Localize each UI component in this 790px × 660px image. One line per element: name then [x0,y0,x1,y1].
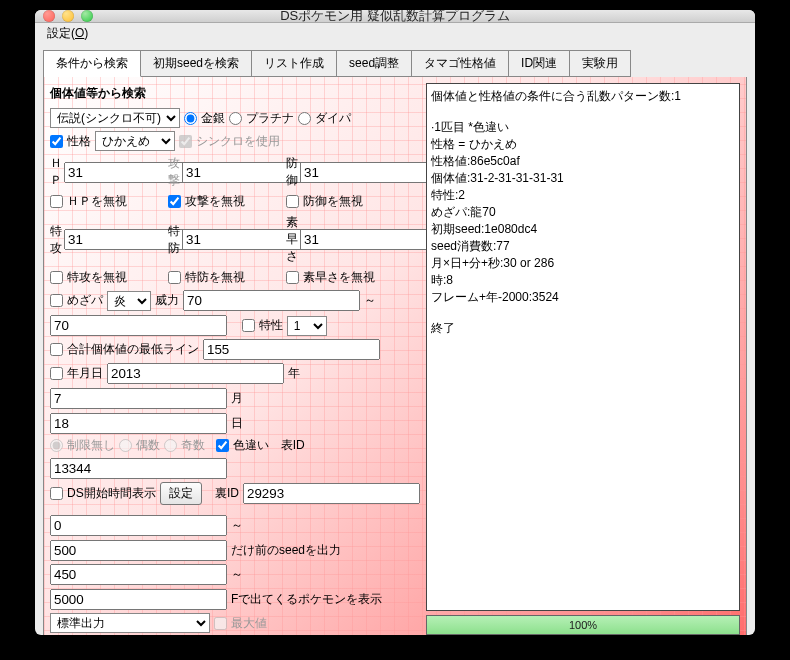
shiny-checkbox[interactable]: 色違い [216,437,269,454]
left-heading: 個体値等から検索 [50,85,420,102]
right-column: 個体値と性格値の条件に合う乱数パターン数:1 ·1匹目 *色違い 性格 = ひか… [426,83,740,635]
ds-start-checkbox[interactable]: DS開始時間表示 [50,485,156,502]
sid-input[interactable] [243,483,420,504]
frame-lo[interactable] [50,564,227,585]
ability-checkbox[interactable]: 特性 [242,317,283,334]
radio-pt[interactable]: プラチナ [229,110,294,127]
ds-settings-button[interactable]: 設定 [160,482,202,505]
ign-spe[interactable]: 素早さを無視 [286,269,394,286]
max-checkbox[interactable]: 最大値 [214,615,267,632]
hptype-select[interactable]: 炎 [107,291,151,311]
left-column: 個体値等から検索 伝説(シンクロ不可) 金銀 プラチナ ダイパ 性格 ひかえめ … [50,83,420,635]
date-checkbox[interactable]: 年月日 [50,365,103,382]
hptype-checkbox[interactable]: めざパ [50,292,103,309]
app-window: DSポケモン用 疑似乱数計算プログラム 設定(O) 条件から検索 初期seedを… [35,10,755,635]
nature-checkbox[interactable]: 性格 [50,133,91,150]
radio-dp[interactable]: ダイパ [298,110,351,127]
seed-hi[interactable] [50,540,227,561]
tab-list[interactable]: リスト作成 [252,51,337,77]
tab-search-by-cond[interactable]: 条件から検索 [44,51,141,77]
tab-egg-nature[interactable]: タマゴ性格値 [412,51,509,77]
seed-lo[interactable] [50,515,227,536]
tid-input[interactable] [50,458,227,479]
total-input[interactable] [203,339,380,360]
nature-select[interactable]: ひかえめ [95,131,175,151]
hppow-lo[interactable] [183,290,360,311]
method-select[interactable]: 伝説(シンクロ不可) [50,108,180,128]
output-textarea[interactable]: 個体値と性格値の条件に合う乱数パターン数:1 ·1匹目 *色違い 性格 = ひか… [426,83,740,611]
tab-id[interactable]: ID関連 [509,51,570,77]
month-input[interactable] [50,388,227,409]
ign-atk[interactable]: 攻撃を無視 [168,193,276,210]
ign-spa[interactable]: 特攻を無視 [50,269,158,286]
tab-bar: 条件から検索 初期seedを検索 リスト作成 seed調整 タマゴ性格値 ID関… [43,50,631,77]
hppow-hi[interactable] [50,315,227,336]
menubar: 設定(O) [35,23,755,44]
main-panel: 個体値等から検索 伝説(シンクロ不可) 金銀 プラチナ ダイパ 性格 ひかえめ … [43,77,747,635]
output-select[interactable]: 標準出力 [50,613,210,633]
tab-experiment[interactable]: 実験用 [570,51,630,77]
tab-seed-adjust[interactable]: seed調整 [337,51,412,77]
titlebar: DSポケモン用 疑似乱数計算プログラム [35,10,755,23]
radio-gs[interactable]: 金銀 [184,110,225,127]
tab-initial-seed[interactable]: 初期seedを検索 [141,51,252,77]
parity-none[interactable]: 制限無し [50,437,115,454]
frame-hi[interactable] [50,589,227,610]
window-title: DSポケモン用 疑似乱数計算プログラム [35,10,755,25]
menu-settings[interactable]: 設定(O) [41,24,94,42]
progress-bar: 100% [426,615,740,635]
ign-def[interactable]: 防御を無視 [286,193,394,210]
parity-odd[interactable]: 奇数 [164,437,205,454]
sync-checkbox[interactable]: シンクロを使用 [179,133,280,150]
year-input[interactable] [107,363,284,384]
total-checkbox[interactable]: 合計個体値の最低ライン [50,341,199,358]
ign-spd[interactable]: 特防を無視 [168,269,276,286]
ability-select[interactable]: 1 [287,316,327,336]
ign-hp[interactable]: ＨＰを無視 [50,193,158,210]
parity-even[interactable]: 偶数 [119,437,160,454]
day-input[interactable] [50,413,227,434]
